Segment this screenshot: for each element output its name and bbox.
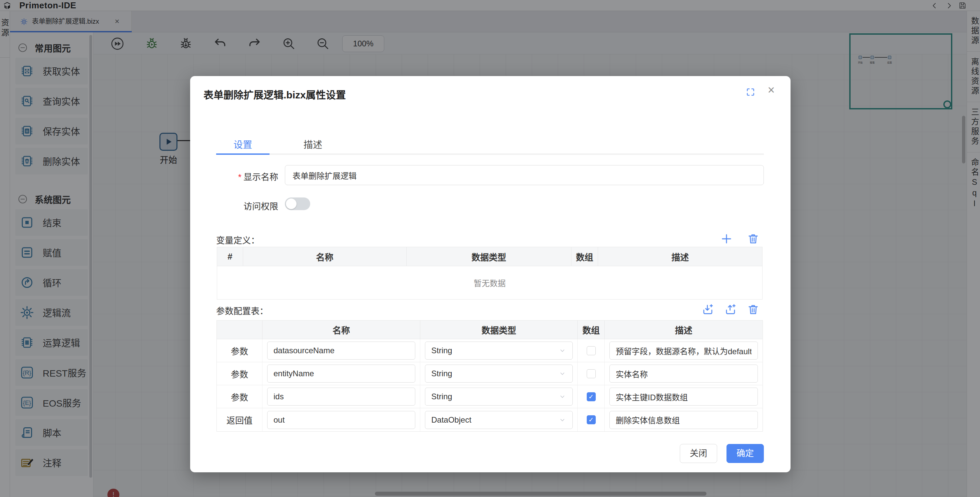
param-type-value: String <box>431 346 452 355</box>
variables-table: #名称数据类型数组描述 暂无数据 <box>217 247 762 299</box>
access-label: 访问权限 <box>216 199 278 212</box>
param-array-checkbox[interactable]: ✓ <box>587 415 596 424</box>
param-kind-label: 参数 <box>217 385 262 408</box>
param-row: 参数String✓ <box>217 385 762 408</box>
add-variable-icon[interactable] <box>720 232 733 245</box>
delete-variable-icon[interactable] <box>746 232 760 245</box>
chevron-down-icon <box>558 416 566 424</box>
tab-active-indicator <box>216 153 269 155</box>
properties-modal: 表单删除扩展逻辑.bizx属性设置 × 设置 描述 *显示名称 访问权限 变量定… <box>190 76 791 472</box>
chevron-down-icon <box>558 347 566 355</box>
param-kind-label: 返回值 <box>217 408 262 431</box>
params-header-cell: 名称 <box>262 320 420 339</box>
chevron-down-icon <box>558 370 566 378</box>
param-name-input[interactable] <box>267 365 415 382</box>
tab-track <box>216 153 764 155</box>
variables-empty-text: 暂无数据 <box>217 266 762 299</box>
modal-title: 表单删除扩展逻辑.bizx属性设置 <box>204 87 346 101</box>
variables-header-cell: 名称 <box>243 247 407 266</box>
params-header-cell: 描述 <box>605 320 762 339</box>
variables-header-cell: 描述 <box>598 247 762 266</box>
param-type-select[interactable]: String <box>425 388 573 406</box>
param-kind-label: 参数 <box>217 339 262 362</box>
params-header-cell <box>217 320 262 339</box>
delete-param-icon[interactable] <box>746 303 760 316</box>
display-name-input[interactable] <box>285 165 764 185</box>
params-header-cell: 数据类型 <box>420 320 578 339</box>
params-section-label: 参数配置表： <box>216 304 268 317</box>
param-array-checkbox[interactable] <box>587 369 596 378</box>
param-desc-input[interactable] <box>609 388 758 406</box>
param-desc-input[interactable] <box>609 411 758 429</box>
access-toggle[interactable] <box>285 198 310 210</box>
modal-tab-description[interactable]: 描述 <box>286 136 340 154</box>
fullscreen-icon[interactable] <box>745 87 756 97</box>
param-type-select[interactable]: String <box>425 365 573 382</box>
param-name-input[interactable] <box>267 342 415 360</box>
param-name-input[interactable] <box>267 388 415 406</box>
param-desc-input[interactable] <box>609 365 758 382</box>
param-row: 返回值DataObject✓ <box>217 408 762 431</box>
close-button[interactable]: 关闭 <box>680 444 717 463</box>
param-name-input[interactable] <box>267 411 415 429</box>
import-params-icon[interactable] <box>701 303 714 316</box>
variables-header-cell: # <box>217 247 243 266</box>
modal-close-icon[interactable]: × <box>765 83 778 97</box>
variables-header-cell: 数组 <box>571 247 598 266</box>
param-row: 参数String <box>217 339 762 362</box>
param-kind-label: 参数 <box>217 362 262 385</box>
display-name-label: *显示名称 <box>216 170 278 182</box>
param-type-select[interactable]: DataObject <box>425 411 573 429</box>
params-header-cell: 数组 <box>578 320 605 339</box>
param-type-select[interactable]: String <box>425 342 573 360</box>
export-params-icon[interactable] <box>724 303 737 316</box>
chevron-down-icon <box>558 393 566 401</box>
param-type-value: DataObject <box>431 415 471 425</box>
ok-button[interactable]: 确定 <box>727 444 764 463</box>
params-table: 名称数据类型数组描述 参数String参数String参数String✓返回值D… <box>216 320 763 432</box>
variables-header-cell: 数据类型 <box>407 247 571 266</box>
modal-tab-settings[interactable]: 设置 <box>216 136 269 154</box>
param-desc-input[interactable] <box>609 342 758 360</box>
param-array-checkbox[interactable] <box>587 346 596 355</box>
variables-section-label: 变量定义： <box>216 234 259 246</box>
param-type-value: String <box>431 369 452 378</box>
param-type-value: String <box>431 392 452 401</box>
param-array-checkbox[interactable]: ✓ <box>587 392 596 401</box>
param-row: 参数String <box>217 362 762 385</box>
